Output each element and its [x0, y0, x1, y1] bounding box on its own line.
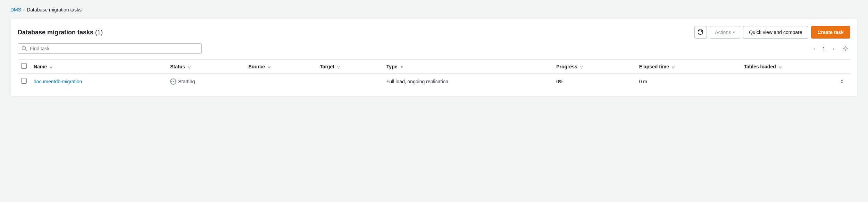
breadcrumb: DMS › Database migration tasks — [10, 7, 858, 12]
svg-point-2 — [845, 48, 846, 49]
row-type: Full load, ongoing replication — [383, 74, 553, 89]
table-header: Name ▽ Status ▽ Source ▽ Target ▽ Type — [18, 60, 850, 74]
tasks-table: Name ▽ Status ▽ Source ▽ Target ▽ Type — [18, 59, 850, 89]
sort-icon-progress: ▽ — [580, 65, 583, 69]
pagination-prev-button[interactable]: ‹ — [809, 44, 819, 53]
th-select-all — [18, 60, 30, 74]
svg-line-1 — [25, 50, 27, 51]
sort-icon-name: ▽ — [50, 65, 52, 69]
row-tables-loaded: 0 — [740, 74, 850, 89]
search-icon — [22, 46, 27, 51]
row-progress: 0% — [553, 74, 635, 89]
row-checkbox-cell — [18, 74, 30, 89]
row-checkbox-0[interactable] — [21, 78, 27, 84]
select-all-checkbox[interactable] — [21, 63, 27, 69]
page-title-count: (1) — [95, 29, 103, 36]
th-type[interactable]: Type ▼ — [383, 60, 553, 74]
th-progress[interactable]: Progress ▽ — [553, 60, 635, 74]
status-starting-icon — [170, 78, 176, 85]
th-source[interactable]: Source ▽ — [245, 60, 316, 74]
breadcrumb-dms-link[interactable]: DMS — [10, 7, 21, 12]
sort-icon-tables: ▽ — [779, 65, 782, 69]
th-status[interactable]: Status ▽ — [167, 60, 245, 74]
sort-icon-status: ▽ — [188, 65, 191, 69]
sort-icon-type: ▼ — [400, 65, 403, 69]
row-status: Starting — [167, 74, 245, 89]
settings-icon — [843, 46, 848, 51]
breadcrumb-separator: › — [23, 7, 25, 12]
sort-icon-elapsed: ▽ — [672, 65, 675, 69]
row-target — [316, 74, 383, 89]
row-name: documentdb-migration — [30, 74, 167, 89]
pagination-controls: ‹ 1 › — [809, 44, 850, 53]
th-name[interactable]: Name ▽ — [30, 60, 167, 74]
search-row: ‹ 1 › — [18, 43, 850, 54]
create-task-button[interactable]: Create task — [811, 26, 851, 39]
pagination-page-number: 1 — [821, 46, 827, 51]
refresh-button[interactable] — [694, 26, 707, 39]
page-title: Database migration tasks (1) — [18, 29, 103, 36]
quick-view-button[interactable]: Quick view and compare — [743, 26, 808, 39]
pagination-next-button[interactable]: › — [829, 44, 838, 53]
status-dots — [171, 81, 176, 82]
search-input[interactable] — [30, 46, 198, 51]
sort-icon-source: ▽ — [268, 65, 270, 69]
sort-icon-target: ▽ — [337, 65, 340, 69]
search-box — [18, 43, 202, 54]
refresh-icon — [698, 30, 703, 35]
th-elapsed-time[interactable]: Elapsed time ▽ — [636, 60, 741, 74]
actions-label: Actions — [715, 30, 731, 35]
table-row: documentdb-migration Starting Full loa — [18, 74, 850, 89]
table-body: documentdb-migration Starting Full loa — [18, 74, 850, 89]
th-tables-loaded[interactable]: Tables loaded ▽ — [740, 60, 850, 74]
header-actions: Actions ▾ Quick view and compare Create … — [694, 26, 850, 39]
row-source — [245, 74, 316, 89]
header-row: Database migration tasks (1) Actions ▾ Q… — [18, 26, 850, 39]
row-status-text: Starting — [178, 79, 195, 84]
pagination-settings-button[interactable] — [841, 44, 850, 53]
page-title-text: Database migration tasks (1) — [18, 29, 103, 36]
actions-dropdown-icon: ▾ — [733, 30, 735, 35]
th-target[interactable]: Target ▽ — [316, 60, 383, 74]
main-card: Database migration tasks (1) Actions ▾ Q… — [10, 19, 858, 96]
row-elapsed-time: 0 m — [636, 74, 741, 89]
actions-button[interactable]: Actions ▾ — [710, 26, 740, 39]
task-name-link[interactable]: documentdb-migration — [34, 79, 82, 84]
breadcrumb-current: Database migration tasks — [27, 7, 82, 12]
